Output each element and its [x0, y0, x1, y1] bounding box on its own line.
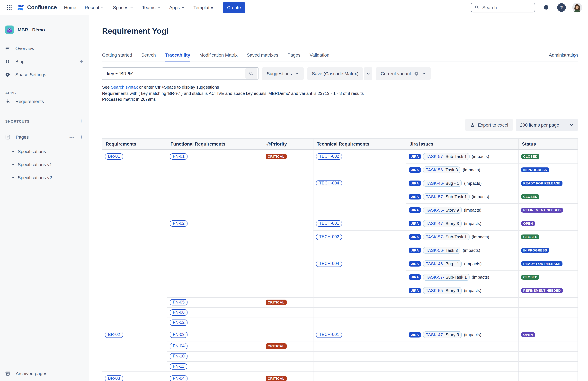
tab-search[interactable]: Search [141, 52, 156, 61]
technical-requirement-pill[interactable]: TECH-004 [316, 261, 342, 267]
tab-getting-started[interactable]: Getting started [102, 52, 132, 61]
jira-issue-link[interactable]: TASK-57-Sub-Task 1 [423, 193, 469, 200]
sidebar-item-blog[interactable]: Blog + [0, 55, 89, 68]
ry-help-link[interactable]: ? [573, 54, 576, 60]
tab-validation[interactable]: Validation [310, 52, 329, 61]
jira-issue-link[interactable]: TASK-56-Task 3 [423, 166, 460, 173]
export-to-excel-button[interactable]: Export to excel [465, 119, 513, 131]
confluence-logo[interactable]: Confluence [16, 3, 57, 12]
page-item-specifications[interactable]: Specifications [0, 145, 89, 158]
technical-requirement-pill[interactable]: TECH-004 [316, 180, 342, 186]
functional-requirement-pill[interactable]: FN-12 [170, 320, 188, 326]
cell-priority [263, 284, 314, 297]
search-syntax-link[interactable]: Search syntax [111, 85, 138, 90]
global-search-input[interactable] [482, 4, 531, 10]
sidebar-item-archived-pages[interactable]: Archived pages [0, 366, 89, 381]
sidebar-item-overview[interactable]: Overview [0, 42, 89, 55]
main-content: Requirement Yogi ? Getting started Searc… [89, 15, 588, 381]
app-grid-icon[interactable] [5, 3, 14, 12]
cell-jira-issues: JIRATASK-56-Task 3(impacts) [406, 243, 519, 257]
requirement-key-pill[interactable]: BR-02 [105, 331, 123, 338]
current-variant-button[interactable]: Current variant [376, 67, 431, 80]
chevron-down-icon [129, 5, 133, 9]
jira-issue-link[interactable]: TASK-55-Story 9 [423, 207, 462, 214]
tab-modification-matrix[interactable]: Modification Matrix [199, 52, 237, 61]
technical-requirement-pill[interactable]: TECH-001 [316, 221, 342, 227]
nav-item-spaces[interactable]: Spaces [113, 5, 133, 10]
jira-issue-link[interactable]: TASK-55-Story 9 [423, 287, 462, 294]
save-cascade-matrix-button[interactable]: Save (Cascade Matrix) [307, 67, 363, 80]
jira-badge: JIRA [409, 248, 421, 253]
functional-requirement-pill[interactable]: FN-03 [170, 331, 188, 338]
syntax-hint-line: See Search syntax or enter Ctrl+Space to… [102, 84, 578, 90]
jira-issue-link[interactable]: TASK-46-Bug - 1 [423, 180, 462, 187]
priority-badge: CRITICAL [266, 343, 287, 349]
add-shortcut-icon[interactable]: + [80, 118, 83, 125]
table-toolbar: Export to excel 200 items per page [102, 119, 578, 131]
jira-issue-link[interactable]: TASK-57-Sub-Task 1 [423, 153, 469, 160]
space-header[interactable]: MBR - Démo [5, 25, 84, 34]
export-icon [470, 122, 475, 127]
page-item-specifications-v1[interactable]: Specifications v1 [0, 158, 89, 171]
tab-saved-matrixes[interactable]: Saved matrixes [247, 52, 278, 61]
table-row: FN-12 [103, 317, 578, 327]
nav-item-home[interactable]: Home [64, 5, 76, 10]
jira-issue-link[interactable]: TASK-47-Story 3 [423, 220, 462, 227]
save-options-button[interactable] [364, 67, 373, 80]
functional-requirement-pill[interactable]: FN-10 [170, 353, 188, 360]
functional-requirement-pill[interactable]: FN-01 [170, 153, 188, 160]
clear-variant-icon[interactable] [414, 71, 419, 76]
jira-issue-link[interactable]: TASK-57-Sub-Task 1 [423, 234, 469, 240]
add-page-icon[interactable]: + [80, 134, 83, 140]
notifications-bell-icon[interactable] [542, 3, 551, 12]
functional-requirement-pill[interactable]: FN-11 [170, 363, 187, 370]
nav-item-templates[interactable]: Templates [193, 5, 214, 10]
nav-item-teams[interactable]: Teams [142, 5, 161, 10]
nav-item-recent[interactable]: Recent [85, 5, 105, 10]
technical-requirement-pill[interactable]: TECH-002 [316, 234, 342, 240]
cell-jira-issues [406, 307, 519, 317]
jira-issue-link[interactable]: TASK-46-Bug - 1 [423, 260, 462, 267]
add-blog-icon[interactable]: + [80, 58, 83, 65]
impacts-label: (impacts) [464, 261, 482, 266]
jira-issue-summary: Sub-Task 1 [445, 194, 467, 199]
jira-issue-link[interactable]: TASK-57-Sub-Task 1 [423, 274, 469, 281]
global-search[interactable] [471, 2, 535, 12]
page-item-specifications-v2[interactable]: Specifications v2 [0, 171, 89, 184]
sidebar-item-pages[interactable]: Pages ••• + [0, 130, 89, 143]
functional-requirement-pill[interactable]: FN-08 [170, 309, 188, 316]
items-per-page-select[interactable]: 200 items per page [516, 119, 578, 131]
sidebar-item-requirements[interactable]: Requirements [0, 95, 89, 108]
traceability-query-input[interactable] [106, 71, 245, 77]
status-lozenge: REFINEMENT NEEDED [521, 208, 563, 213]
results-summary: Requirements with ( key matching 'BR-%' … [102, 90, 578, 97]
cell-status [519, 297, 578, 307]
status-lozenge: CLOSED [521, 194, 539, 199]
requirement-key-pill[interactable]: BR-03 [105, 375, 123, 381]
technical-requirement-pill[interactable]: TECH-002 [316, 153, 342, 160]
avatar[interactable] [572, 2, 582, 12]
pages-more-icon[interactable]: ••• [69, 135, 75, 140]
cell-priority [263, 361, 314, 371]
sidebar-item-space-settings[interactable]: Space Settings [0, 68, 89, 81]
sidebar-footer: Archived pages [0, 366, 89, 381]
tab-pages[interactable]: Pages [288, 52, 300, 61]
create-button[interactable]: Create [223, 2, 245, 13]
cell-requirements [103, 270, 167, 284]
technical-requirement-pill[interactable]: TECH-001 [316, 331, 342, 338]
jira-issue-link[interactable]: TASK-56-Task 3 [423, 247, 460, 254]
requirement-key-pill[interactable]: BR-01 [105, 153, 123, 160]
tab-traceability[interactable]: Traceability [165, 52, 190, 61]
cell-technical-requirements [314, 341, 406, 351]
functional-requirement-pill[interactable]: FN-04 [170, 375, 188, 381]
search-submit-button[interactable] [245, 68, 257, 79]
nav-item-apps[interactable]: Apps [169, 5, 185, 10]
suggestions-button[interactable]: Suggestions [262, 67, 304, 80]
help-icon[interactable]: ? [557, 3, 566, 12]
jira-issue-link[interactable]: TASK-47-Story 3 [423, 331, 462, 338]
functional-requirement-pill[interactable]: FN-04 [170, 343, 188, 349]
functional-requirement-pill[interactable]: FN-05 [170, 299, 188, 305]
functional-requirement-pill[interactable]: FN-02 [170, 221, 188, 227]
cell-technical-requirements: TECH-001 [314, 217, 406, 230]
priority-badge: CRITICAL [266, 154, 287, 159]
